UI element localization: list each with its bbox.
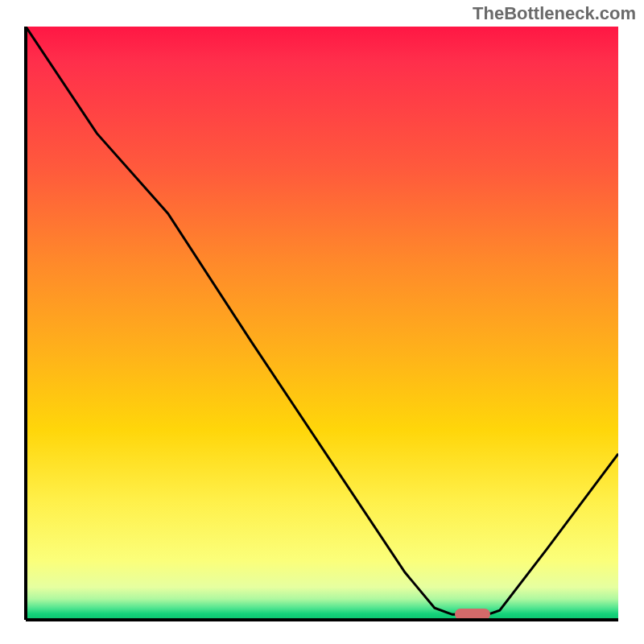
optimal-marker <box>455 609 490 620</box>
plot-background-gradient <box>26 27 618 620</box>
plot-area <box>26 27 618 620</box>
watermark-text: TheBottleneck.com <box>473 3 636 24</box>
chart-container: TheBottleneck.com <box>0 0 644 644</box>
